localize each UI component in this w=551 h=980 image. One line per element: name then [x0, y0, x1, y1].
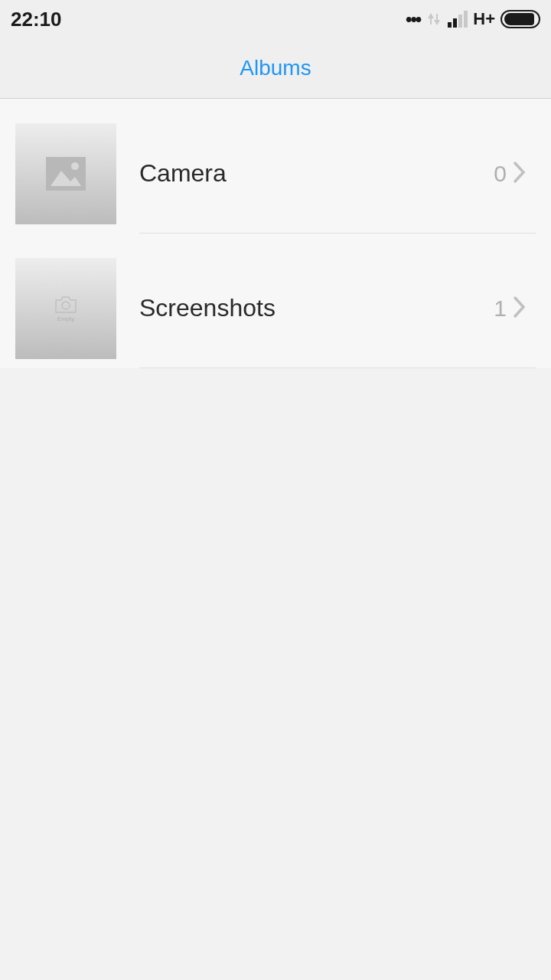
svg-point-2: [62, 302, 70, 309]
thumb-sublabel: Empty: [57, 315, 75, 322]
status-time: 22:10: [11, 8, 62, 31]
svg-point-1: [71, 162, 79, 170]
more-dots-icon: •••: [406, 8, 420, 30]
status-bar: 22:10 ••• H+: [0, 0, 551, 38]
status-right: ••• H+: [406, 8, 540, 30]
album-item-screenshots[interactable]: Empty Screenshots 1: [0, 234, 551, 368]
camera-placeholder-icon: [54, 296, 77, 314]
album-content: Camera 0: [139, 114, 536, 234]
header-title-albums[interactable]: Albums: [240, 56, 311, 80]
album-item-camera[interactable]: Camera 0: [0, 99, 551, 234]
image-placeholder-icon: [44, 155, 87, 192]
signal-strength-icon: [448, 11, 468, 28]
app-header: Albums: [0, 38, 551, 99]
album-list: Camera 0 Empty Screenshots 1: [0, 99, 551, 368]
chevron-right-icon: [513, 296, 527, 322]
chevron-right-icon: [513, 161, 527, 187]
album-meta: 1: [494, 296, 527, 322]
album-count-label: 1: [494, 296, 507, 322]
network-type-label: H+: [473, 9, 495, 29]
album-meta: 0: [494, 161, 527, 187]
album-thumbnail: [15, 123, 116, 224]
album-name-label: Screenshots: [139, 294, 276, 322]
album-name-label: Camera: [139, 159, 227, 188]
album-content: Screenshots 1: [139, 249, 536, 368]
battery-icon: [500, 10, 540, 28]
album-thumbnail: Empty: [15, 258, 116, 359]
album-count-label: 0: [494, 161, 507, 187]
data-activity-icon: [425, 11, 442, 28]
